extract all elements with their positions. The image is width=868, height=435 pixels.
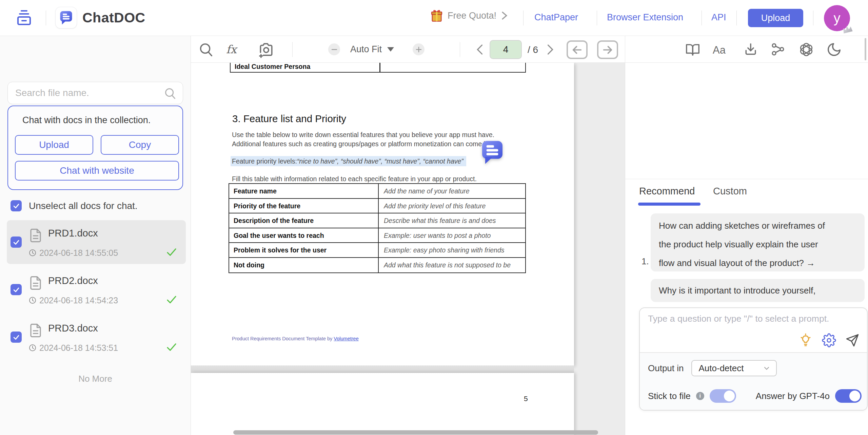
free-quota-label: Free Quota!	[448, 11, 496, 21]
doc-footer: Product Requirements Document Template b…	[232, 336, 359, 341]
table-value: Describe what this feature is and does	[379, 213, 525, 228]
send-icon[interactable]	[845, 333, 860, 347]
search-icon[interactable]	[164, 87, 177, 100]
tab-recommend[interactable]: Recommend	[639, 186, 695, 197]
table-label: Description of the feature	[229, 213, 379, 228]
chat-with-website-button[interactable]: Chat with website	[15, 161, 179, 181]
nav-browser-extension[interactable]: Browser Extension	[607, 12, 683, 23]
chevron-down-icon	[763, 364, 771, 372]
table-label: Priority of the feature	[229, 199, 379, 213]
chat-settings-gear-icon[interactable]	[822, 333, 836, 347]
text-size-icon[interactable]: Aa	[713, 44, 726, 56]
zoom-out-button[interactable]	[328, 43, 340, 55]
parsed-check-icon	[166, 295, 177, 304]
page-gap	[191, 365, 574, 373]
formula-icon[interactable]: fx	[226, 43, 237, 56]
chevron-right-icon	[500, 11, 508, 21]
doc-item-prd1[interactable]: PRD1.docx 2024-06-18 14:55:05	[7, 220, 186, 264]
doc-checkbox[interactable]	[11, 332, 22, 343]
doc-search-icon[interactable]	[198, 42, 214, 57]
horizontal-scrollbar[interactable]	[233, 430, 598, 435]
collection-copy-button[interactable]: Copy	[101, 135, 179, 155]
next-page-icon[interactable]	[546, 43, 554, 56]
history-back-button[interactable]	[567, 40, 588, 59]
download-icon[interactable]	[743, 42, 758, 57]
parsed-check-icon	[166, 247, 177, 257]
page-number-text: 5	[524, 395, 528, 403]
free-quota-button[interactable]: Free Quota!	[430, 8, 508, 23]
page-number-input[interactable]: 4	[490, 40, 522, 59]
collection-upload-button[interactable]: Upload	[15, 135, 93, 155]
file-search-input[interactable]	[15, 82, 158, 104]
divider	[292, 42, 293, 57]
dark-mode-moon-icon[interactable]	[826, 42, 842, 57]
share-icon[interactable]	[770, 42, 785, 57]
divider	[523, 11, 524, 25]
doc-table-cell: Ideal Customer Persona	[235, 63, 310, 71]
table-value: Example: user wants to post a photo	[379, 228, 525, 243]
doc-section-heading: 3. Feature list and Priority	[232, 113, 346, 125]
parsed-check-icon	[166, 342, 177, 352]
select-all-checkbox[interactable]	[11, 200, 22, 211]
doc-item-prd2[interactable]: PRD2.docx 2024-06-18 14:54:23	[7, 268, 186, 311]
nav-api[interactable]: API	[711, 12, 726, 23]
divider	[460, 42, 460, 57]
volumetree-link[interactable]: Volumetree	[334, 336, 358, 341]
stick-to-file-toggle[interactable]	[710, 389, 736, 403]
question-number: 1.	[642, 256, 649, 267]
doc-item-prd3[interactable]: PRD3.docx 2024-06-18 14:53:51	[7, 315, 186, 359]
answer-by-gpt4o-toggle[interactable]	[835, 389, 862, 403]
avatar[interactable]: y	[824, 5, 850, 31]
page-total-label: / 6	[528, 44, 538, 55]
output-in-label: Output in	[648, 363, 684, 374]
table-label: Goal the user wants to reach	[229, 228, 379, 243]
table-label: Feature name	[229, 184, 379, 198]
divider	[597, 11, 597, 25]
prompt-ideas-icon[interactable]	[798, 333, 813, 347]
nav-chatpaper[interactable]: ChatPaper	[534, 12, 578, 23]
divider	[736, 11, 737, 25]
doc-checkbox[interactable]	[11, 237, 22, 248]
doc-name: PRD1.docx	[48, 228, 98, 239]
pdf-viewer[interactable]: Ideal Customer Persona 3. Feature list a…	[191, 63, 625, 435]
table-value: Add the name of your feature	[379, 184, 525, 198]
doc-timestamp: 2024-06-18 14:55:05	[39, 248, 118, 258]
chat-selection-popup-icon[interactable]	[479, 139, 505, 165]
pdf-page-5: 5	[191, 373, 574, 435]
info-icon[interactable]: i	[696, 392, 704, 400]
collection-chat-box: Chat with docs in the collection. Upload…	[7, 106, 183, 190]
screenshot-camera-icon[interactable]	[257, 41, 274, 58]
table-label: Not doing	[229, 258, 379, 273]
brand-wordmark: ChatDOC	[82, 10, 145, 26]
doc-feature-table: Feature nameAdd the name of your feature…	[229, 183, 526, 273]
answer-by-gpt4o-label: Answer by GPT-4o	[756, 391, 830, 401]
chat-input[interactable]	[648, 314, 858, 333]
chatdoc-logo-icon[interactable]	[55, 7, 77, 29]
panel-scrollbar[interactable]	[865, 38, 866, 60]
chat-input-card: Output in Auto-detect Stick to file i An…	[639, 307, 868, 411]
book-outline-icon[interactable]	[685, 42, 701, 57]
sidebar: PRD Chat with docs in the collection. Up…	[0, 36, 191, 435]
zoom-mode-label: Auto Fit	[350, 44, 382, 55]
unselect-all-row: Unselect all docs for chat.	[11, 200, 138, 211]
zoom-in-button[interactable]	[413, 43, 425, 55]
recommended-question-2[interactable]: Why is it important to introduce yoursel…	[651, 279, 865, 302]
collections-icon[interactable]	[16, 8, 32, 27]
openai-icon[interactable]	[798, 42, 814, 57]
caret-down-icon	[387, 47, 394, 52]
file-icon	[28, 275, 43, 291]
table-value: Add what this feature is not supposed to…	[379, 258, 525, 273]
zoom-mode-dropdown[interactable]: Auto Fit	[350, 44, 394, 55]
collection-chat-title: Chat with docs in the collection.	[22, 115, 151, 126]
doc-checkbox[interactable]	[11, 284, 22, 295]
output-language-select[interactable]: Auto-detect	[691, 360, 777, 376]
doc-name: PRD2.docx	[48, 275, 98, 286]
recommended-question-1[interactable]: How can adding sketches or wireframes of…	[651, 213, 865, 271]
prev-page-icon[interactable]	[476, 43, 484, 56]
history-forward-button[interactable]	[597, 40, 618, 59]
file-search-box	[7, 82, 183, 104]
highlighted-selection[interactable]: Feature priority levels: “nice to have”,…	[231, 156, 466, 166]
upload-button[interactable]: Upload	[748, 9, 803, 27]
tab-custom[interactable]: Custom	[713, 186, 747, 197]
file-icon	[28, 323, 43, 338]
